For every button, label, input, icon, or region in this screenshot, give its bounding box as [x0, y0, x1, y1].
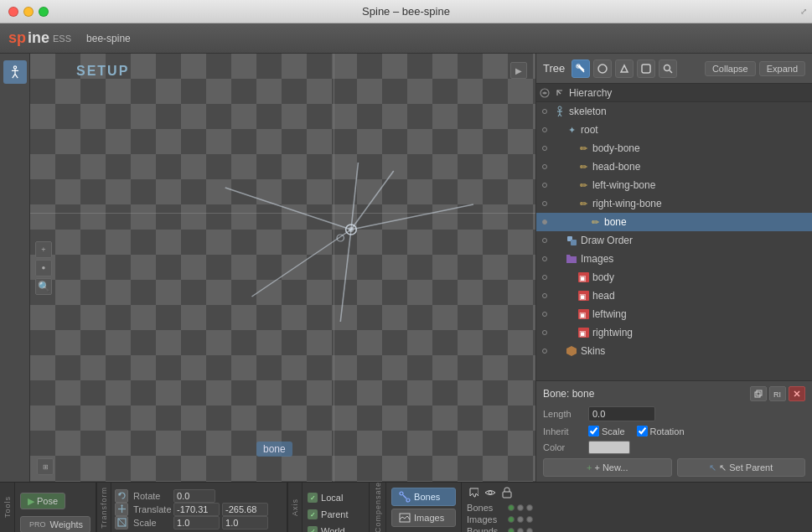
- window-title: Spine – bee-spine: [362, 5, 450, 18]
- collapse-button[interactable]: Collapse: [705, 61, 756, 76]
- tree-item-bone[interactable]: ✏ bone: [536, 213, 812, 231]
- translate-x-input[interactable]: [173, 503, 220, 516]
- images-button[interactable]: Images: [391, 509, 456, 527]
- bone-icon-body: ✏: [577, 142, 590, 155]
- tree-content[interactable]: Hierarchy skeleton ✦ root: [536, 84, 812, 380]
- tree-bone-filter[interactable]: [572, 59, 590, 78]
- sidebar-figure-icon[interactable]: [3, 60, 27, 84]
- vis-dot-head-bone[interactable]: [536, 164, 553, 169]
- scale-checkbox[interactable]: [588, 426, 599, 436]
- vis-dot-body-bone[interactable]: [536, 146, 553, 151]
- vis-dot-bone[interactable]: [536, 220, 553, 225]
- pose-button[interactable]: ▶ Pose: [20, 493, 65, 509]
- images-label: Images: [414, 513, 444, 523]
- rotation-checkbox-label[interactable]: Rotation: [637, 426, 685, 436]
- close-button[interactable]: [8, 7, 18, 17]
- tree-item-label-body-bone: body-bone: [592, 142, 640, 154]
- images-dot-2[interactable]: [517, 516, 524, 523]
- tree-search-filter[interactable]: [659, 59, 677, 78]
- svg-line-8: [340, 230, 351, 322]
- svg-line-48: [403, 495, 406, 498]
- images-dot-1[interactable]: [508, 516, 515, 523]
- translate-icon: [115, 503, 128, 516]
- expand-button[interactable]: Expand: [759, 61, 805, 76]
- color-swatch[interactable]: [588, 441, 630, 454]
- vis-dot-left-wing[interactable]: [536, 183, 553, 188]
- tree-item-head-bone[interactable]: ✏ head-bone: [536, 158, 812, 176]
- vis-dot-leftwing-img[interactable]: [536, 312, 553, 317]
- fit-view-button[interactable]: ⊞: [37, 458, 54, 475]
- lock-icon: [500, 486, 514, 499]
- play-button[interactable]: ▶: [510, 62, 527, 79]
- bounds-dot-2[interactable]: [517, 528, 524, 532]
- tree-item-skeleton[interactable]: skeleton: [536, 102, 812, 121]
- set-parent-icon: ↖: [709, 462, 716, 473]
- bone-icon-bone: ✏: [588, 215, 602, 229]
- tree-item-head-image[interactable]: ▣ head: [536, 287, 812, 305]
- tree-slot-filter[interactable]: [593, 59, 612, 78]
- bone-reset-button[interactable]: RI: [769, 386, 786, 401]
- bones-button[interactable]: Bones: [391, 488, 456, 506]
- bone-copy-button[interactable]: [750, 386, 767, 401]
- vis-dot-draw-order[interactable]: [536, 238, 553, 243]
- vis-dot-body-img[interactable]: [536, 275, 553, 280]
- skins-icon: [565, 344, 578, 358]
- vis-dot-right-wing[interactable]: [536, 201, 553, 206]
- options-header: [467, 486, 549, 499]
- tree-item-rightwing-image[interactable]: ▣ rightwing: [536, 323, 812, 342]
- new-button[interactable]: + + New...: [543, 458, 672, 477]
- bounds-dot-3[interactable]: [526, 528, 533, 532]
- bone-delete-button[interactable]: [789, 386, 805, 401]
- vis-dot-skeleton[interactable]: [536, 109, 553, 114]
- minimize-button[interactable]: [23, 7, 34, 17]
- scale-checkbox-label[interactable]: Scale: [588, 426, 625, 436]
- tree-item-body-bone[interactable]: ✏ body-bone: [536, 139, 812, 158]
- scale-y-input[interactable]: [222, 516, 268, 529]
- svg-text:RI: RI: [773, 390, 781, 398]
- world-indicator: ✓: [308, 526, 318, 532]
- svg-line-24: [560, 114, 561, 116]
- tools-label: Tools: [3, 496, 12, 518]
- svg-line-7: [251, 230, 350, 297]
- viewport[interactable]: SETUP bone ▶: [30, 54, 535, 482]
- zoom-in-button[interactable]: +: [35, 241, 52, 258]
- images-dot-3[interactable]: [526, 516, 533, 523]
- pose-row: ▶ Pose: [20, 493, 91, 509]
- scale-label-bt: Scale: [133, 518, 171, 528]
- tree-item-images-folder[interactable]: Images: [536, 250, 812, 268]
- translate-label: Translate: [133, 504, 171, 514]
- set-parent-button[interactable]: ↖ ↖ Set Parent: [677, 458, 806, 477]
- tree-item-body-image[interactable]: ▣ body: [536, 268, 812, 287]
- tree-item-leftwing-image[interactable]: ▣ leftwing: [536, 305, 812, 323]
- weights-button[interactable]: PRO Weights: [20, 516, 91, 532]
- rotate-input[interactable]: [173, 489, 215, 503]
- tree-constraint-filter[interactable]: [637, 59, 655, 78]
- images-opt-row: Images: [467, 514, 549, 524]
- svg-point-49: [406, 498, 410, 502]
- maximize-button[interactable]: [39, 7, 49, 17]
- transform-label-container: Transform: [96, 483, 111, 532]
- new-icon: +: [587, 462, 592, 473]
- translate-y-input[interactable]: [222, 503, 268, 516]
- scale-x-input[interactable]: [173, 516, 220, 529]
- vis-dot-rightwing-img[interactable]: [536, 330, 553, 335]
- tree-item-left-wing-bone[interactable]: ✏ left-wing-bone: [536, 176, 812, 194]
- tree-item-draw-order[interactable]: Draw Order: [536, 231, 812, 250]
- bones-dot-3[interactable]: [526, 504, 533, 511]
- bounds-dot-1[interactable]: [508, 528, 515, 532]
- tree-item-label-head-bone: head-bone: [592, 161, 640, 173]
- bones-dot-1[interactable]: [508, 504, 515, 511]
- rotation-checkbox[interactable]: [637, 426, 648, 436]
- vis-dot-skins[interactable]: [536, 349, 553, 354]
- tree-item-root[interactable]: ✦ root: [536, 121, 812, 139]
- vis-dot-root[interactable]: [536, 127, 553, 132]
- tree-item-skins[interactable]: Skins: [536, 342, 812, 360]
- tree-skin-filter[interactable]: [615, 59, 634, 78]
- zoom-out-button[interactable]: 🔍: [35, 278, 52, 295]
- tree-item-right-wing-bone[interactable]: ✏ right-wing-bone: [536, 194, 812, 213]
- weights-icon: PRO: [28, 520, 48, 529]
- length-input[interactable]: [588, 406, 655, 421]
- bones-dot-2[interactable]: [517, 504, 524, 511]
- vis-dot-head-img[interactable]: [536, 293, 553, 298]
- vis-dot-images[interactable]: [536, 256, 553, 261]
